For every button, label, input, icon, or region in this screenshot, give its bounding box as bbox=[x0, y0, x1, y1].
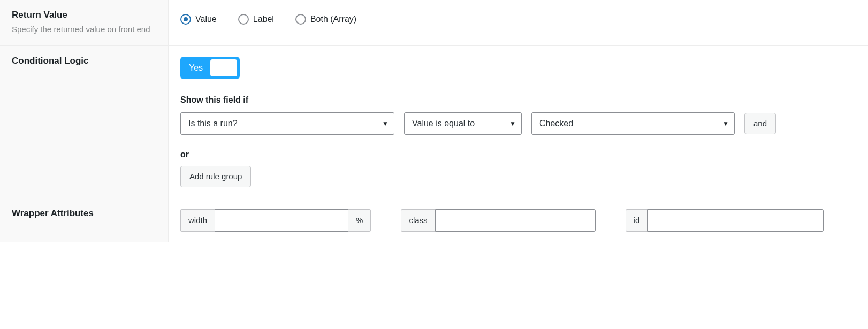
radio-dot-icon bbox=[184, 17, 188, 21]
add-rule-group-button[interactable]: Add rule group bbox=[180, 166, 251, 187]
return-value-field-col: Value Label Both (Array) bbox=[169, 0, 868, 45]
radio-value-circle[interactable] bbox=[180, 14, 191, 25]
wrapper-field-col: width % class id bbox=[169, 198, 868, 242]
return-value-desc: Specify the returned value on front end bbox=[12, 24, 156, 36]
return-value-label-col: Return Value Specify the returned value … bbox=[0, 0, 169, 45]
width-addon: width bbox=[180, 209, 215, 232]
conditional-label-col: Conditional Logic bbox=[0, 46, 169, 198]
rule-field-value: Is this a run? bbox=[188, 119, 238, 128]
radio-value[interactable]: Value bbox=[180, 14, 217, 25]
wrapper-attributes-row: Wrapper Attributes width % class id bbox=[0, 198, 868, 242]
class-input[interactable] bbox=[435, 209, 596, 232]
and-button[interactable]: and bbox=[744, 113, 776, 134]
rule-operator-select[interactable]: Value is equal to ▼ bbox=[404, 112, 522, 135]
toggle-handle bbox=[210, 59, 237, 76]
toggle-label: Yes bbox=[189, 63, 203, 73]
return-value-radios: Value Label Both (Array) bbox=[180, 11, 856, 25]
or-label: or bbox=[180, 150, 856, 159]
class-group: class bbox=[401, 209, 595, 232]
width-group: width % bbox=[180, 209, 371, 232]
conditional-toggle[interactable]: Yes bbox=[180, 57, 240, 79]
width-input[interactable] bbox=[215, 209, 348, 232]
add-rule-group-label: Add rule group bbox=[189, 172, 242, 181]
radio-label-circle[interactable] bbox=[238, 14, 249, 25]
caret-down-icon: ▼ bbox=[509, 120, 516, 127]
rule-value-value: Checked bbox=[539, 119, 573, 128]
class-addon: class bbox=[401, 209, 435, 232]
rule-field-select[interactable]: Is this a run? ▼ bbox=[180, 112, 394, 135]
radio-both-label: Both (Array) bbox=[310, 14, 356, 24]
id-addon: id bbox=[626, 209, 648, 232]
radio-label-label: Label bbox=[253, 14, 274, 24]
radio-value-label: Value bbox=[195, 14, 217, 24]
rule-operator-value: Value is equal to bbox=[412, 119, 475, 128]
id-input[interactable] bbox=[647, 209, 824, 232]
and-button-label: and bbox=[753, 119, 767, 128]
rule-value-select[interactable]: Checked ▼ bbox=[531, 112, 735, 135]
rule-row: Is this a run? ▼ Value is equal to ▼ Che… bbox=[180, 112, 856, 135]
return-value-row: Return Value Specify the returned value … bbox=[0, 0, 868, 46]
wrapper-label-col: Wrapper Attributes bbox=[0, 198, 169, 242]
caret-down-icon: ▼ bbox=[722, 120, 729, 127]
radio-both[interactable]: Both (Array) bbox=[295, 14, 356, 25]
radio-both-circle[interactable] bbox=[295, 14, 306, 25]
caret-down-icon: ▼ bbox=[382, 120, 389, 127]
wrapper-group: width % class id bbox=[180, 209, 856, 232]
wrapper-title: Wrapper Attributes bbox=[12, 208, 156, 219]
conditional-logic-row: Conditional Logic Yes Show this field if… bbox=[0, 46, 868, 198]
conditional-field-col: Yes Show this field if Is this a run? ▼ … bbox=[169, 46, 868, 198]
return-value-title: Return Value bbox=[12, 10, 156, 20]
show-if-label: Show this field if bbox=[180, 95, 856, 105]
id-group: id bbox=[626, 209, 824, 232]
conditional-title: Conditional Logic bbox=[12, 56, 156, 66]
radio-label[interactable]: Label bbox=[238, 14, 274, 25]
percent-addon: % bbox=[348, 209, 371, 232]
